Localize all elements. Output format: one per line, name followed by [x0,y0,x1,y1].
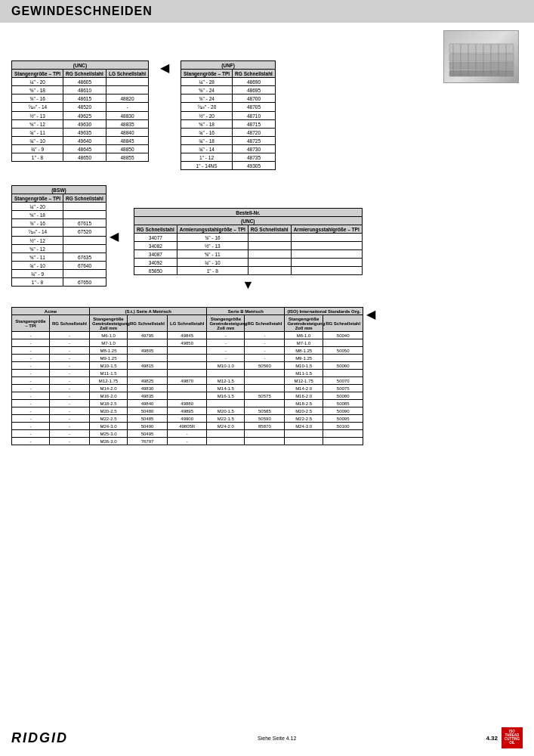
table-row: M14-2.0 [285,385,323,392]
table-row: ¾" - 10 [12,262,63,270]
table-row: 49825 [128,377,168,385]
acme-size-col: Stangengröße – TPI [12,315,50,332]
serieB-size-col: Stangengröße Gewindesteigung Zoll mm [207,315,245,332]
table-row [291,259,362,267]
table-row: --M24-3.05049049805RM24-2.085870M24-3.05… [12,423,363,430]
svg-rect-0 [449,44,514,53]
table-row: 1" - 867650 [12,278,106,287]
table-row: - [12,332,50,339]
table-row [128,355,168,362]
table-row: --M9-1.25--M9-1.25 [12,355,363,362]
table-row: - [207,355,245,362]
table-row: 49835 [128,392,168,400]
metrics-table: Acme (S.t.) Serie A Metrisch Serie B Met… [11,307,363,445]
table-row: 50480 [128,407,168,415]
table-row: ¾" - 18 [181,137,233,145]
table-row: ¾" - 1648720 [181,129,276,137]
bsw-col1-header: Stangengröße – TPI [12,194,63,203]
table-row: M16-2.0 [285,392,323,400]
arrow-bestell: ▼ [134,278,363,292]
table-row [63,203,106,211]
arrow-unc: ◀ [160,60,169,75]
table-row: 48715 [233,120,276,129]
table-row: 34082 [134,242,177,250]
table-row: ¼" - 20 [12,78,63,86]
table-row: M18-2.5 [285,400,323,407]
table-row: - [50,430,90,438]
table-row: ⅝" - 24 [181,86,233,94]
table-row: M20-2.5 [90,407,128,415]
table-row: 48615 [63,94,106,103]
bestell-table: Bestell-Nr. (UNC) RG Schnellstahl Armier… [134,208,363,275]
table-row: 50485 [128,415,168,423]
table-row [63,237,106,245]
table-row: 49840 [128,400,168,407]
table-row: 76797 [128,438,168,445]
table-row: M20-2.5 [285,407,323,415]
table-row [248,250,291,259]
table-row: ⁷⁄₁₆" - 20 [181,103,233,112]
table-row: M10-1.5 [90,362,128,370]
bsw-col2-header: RG Schnellstahl [63,194,106,203]
serieB-header: Serie B Metrisch [207,308,285,315]
bestell-header: Bestell-Nr. [134,209,362,217]
table-row: 1" - 14NS [181,162,233,170]
table-row: - [12,370,50,377]
table-row: 49625 [63,112,106,120]
table-row [285,438,323,445]
table-row: 48720 [233,129,276,137]
table-row: ½" - 134962548830 [12,112,149,120]
table-row: 49870 [168,377,207,385]
table-row: --M18-2.54984049880M18-2.550085 [12,400,363,407]
table-row: --M20-2.55048049895M20-1.550585M20-2.550… [12,407,363,415]
table-row: - [50,377,90,385]
page-number: 4.32 [486,735,498,742]
table-row: 49305 [233,162,276,170]
table-row [248,259,291,267]
unc-table: (UNC) Stangengröße – TPI RG Schnellstahl… [11,60,149,162]
table-row: ⅜" - 16 [177,234,248,242]
table-row [168,347,207,355]
table-row: ¾" - 10 [12,137,63,145]
table-row: 1" - 12 [181,153,233,162]
table-row: - [50,362,90,370]
arrow-bsw: ◀ [110,229,119,243]
table-row [63,245,106,253]
table-row [245,430,285,438]
table-row: - [207,347,245,355]
table-row: 48650 [63,153,106,162]
table-row: ⅝" - 1167635 [12,253,106,262]
table-row [168,355,207,362]
table-row: 49880 [168,400,207,407]
table-row: 48605 [63,78,106,86]
table-row: - [245,339,285,347]
table-row: 50070 [323,377,363,385]
table-row: - [12,400,50,407]
table-row: M9-1.25 [285,355,323,362]
table-row: ⅜" - 164861548820 [12,94,149,103]
table-row: ½" - 12 [12,237,63,245]
table-row: 48835 [106,120,148,129]
table-row: M16-1.5 [207,392,245,400]
table-row: ½" - 20 [181,112,233,120]
table-row [291,250,362,259]
table-row [245,438,285,445]
acme-rg-col: RG Schnellstahl [50,315,90,332]
table-row: --M7-1.049850--M7-1.0 [12,339,363,347]
table-row: - [12,423,50,430]
table-row: 50590 [245,415,285,423]
table-row: - [168,438,207,445]
table-row: ¾" - 11 [12,129,63,137]
table-row: 48845 [106,137,148,145]
table-row: --M11-1.5M11-1.5 [12,370,363,377]
table-row: 48725 [233,137,276,145]
table-row: 34077⅜" - 16 [134,234,362,242]
arrow-metrics: ◀ [366,307,375,321]
table-row: ½" - 2048710 [181,112,276,120]
table-row: M10-1.0 [207,362,245,370]
table-row: ⅝" - 18 [181,120,233,129]
table-row: 48840 [106,129,148,137]
table-row [128,370,168,377]
bsw-header: (BSW) [12,186,106,194]
table-row: - [12,347,50,355]
